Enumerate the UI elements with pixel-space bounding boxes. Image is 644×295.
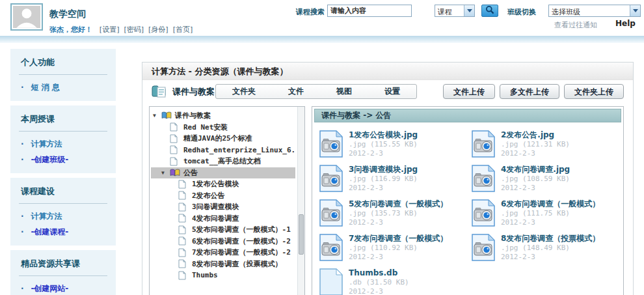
tree-item[interactable]: 4发布问卷调查 xyxy=(151,213,295,225)
sidebar-links: · 计算方法 · -创建班级- xyxy=(10,137,116,168)
toolbar: 课件与教案 文件夹文件视图设置 文件上传多文件上传文件夹上传 xyxy=(142,80,633,105)
menu-item[interactable]: 设置 xyxy=(379,86,405,97)
bullet-icon: · xyxy=(21,155,24,164)
sidebar-item[interactable]: · -创建班级- xyxy=(10,152,116,168)
avatar[interactable] xyxy=(10,3,43,31)
search-button[interactable] xyxy=(481,5,498,17)
tree-item[interactable]: Redhat_enterprize_Linux_6.0安 xyxy=(151,145,295,156)
tree-scrollbar-thumb[interactable] xyxy=(299,214,304,255)
jpg-file-icon xyxy=(319,233,343,262)
upload-multi-file-button[interactable]: 多文件上传 xyxy=(500,84,559,99)
file-name[interactable]: 1发布公告模块.jpg xyxy=(349,130,418,140)
chevron-down-icon[interactable] xyxy=(630,5,640,16)
tree-item[interactable]: 6发布问卷调查（一般模式）-2 xyxy=(151,236,295,247)
tree-item[interactable]: Red Net安装 xyxy=(151,122,295,133)
file-meta: .jpg (121.31 KB) xyxy=(501,140,570,149)
file-name[interactable]: 7发布问卷调查（一般模式） xyxy=(349,234,448,244)
tree-item[interactable]: 精通JAVA的25个标准 xyxy=(151,133,295,145)
sidebar-link[interactable]: 计算方法 xyxy=(31,212,62,221)
chevron-down-icon[interactable] xyxy=(464,5,474,16)
greeting-link[interactable]: [密码] xyxy=(124,25,144,34)
tree-item[interactable]: 3问卷调查模块 xyxy=(151,201,295,213)
file-item[interactable]: 4发布问卷调查.jpg .jpg (108.59 KB) 2012-2-3 xyxy=(471,164,619,193)
tree-item[interactable]: 1发布公告模块 xyxy=(151,178,295,190)
file-name[interactable]: 3问卷调查模块.jpg xyxy=(349,165,418,175)
menu-item[interactable]: 视图 xyxy=(331,86,357,97)
search-input[interactable] xyxy=(327,5,412,17)
file-name[interactable]: 6发布问卷调查（一般模式） xyxy=(501,199,600,209)
file-name[interactable]: Thumbs.db xyxy=(349,268,409,278)
file-name[interactable]: 2发布公告.jpg xyxy=(501,130,570,140)
tree-scrollbar[interactable] xyxy=(297,107,304,295)
jpg-file-icon xyxy=(471,199,496,227)
file-item[interactable]: 8发布问卷调查（投票模式） .jpg (148.49 KB) 2012-2-3 xyxy=(471,233,619,262)
tree-item-label: 2发布公告 xyxy=(192,191,225,201)
file-meta: .jpg (116.99 KB) xyxy=(349,175,418,184)
view-past-notices-link[interactable]: 查看过往通知 xyxy=(554,20,597,30)
tree-item-label: Red Net安装 xyxy=(183,122,228,132)
file-item[interactable]: 1发布公告模块.jpg .jpg (115.55 KB) 2012-2-3 xyxy=(319,130,467,158)
document-icon xyxy=(178,203,189,212)
file-meta: .jpg (111.75 KB) xyxy=(501,209,600,218)
file-item[interactable]: Thumbs.db .db (31.50 KB) 2012-2-3 xyxy=(319,268,467,295)
tree-item[interactable]: ▼ 课件与教案 xyxy=(151,110,295,122)
sidebar-section-title: 课程建设 xyxy=(10,184,116,203)
class-select-value: 选择班级 xyxy=(549,5,630,16)
sidebar-link[interactable]: -创建网站- xyxy=(31,284,68,293)
file-text: Thumbs.db .db (31.50 KB) 2012-2-3 xyxy=(349,268,409,295)
tree-item[interactable]: 7发布问卷调查（一般模式）-2 xyxy=(151,247,295,259)
tree-item[interactable]: 2发布公告 xyxy=(151,190,295,202)
file-item[interactable]: 2发布公告.jpg .jpg (121.31 KB) 2012-2-3 xyxy=(471,130,619,158)
top-header: 教学空间 张杰，您好！ [设置][密码][身份][首页] 课程搜索 课程 班级切… xyxy=(0,0,644,36)
class-select[interactable]: 选择班级 xyxy=(548,5,641,17)
panel-title: 课件与教案 xyxy=(172,86,215,98)
sidebar-link[interactable]: 计算方法 xyxy=(31,139,62,148)
document-icon xyxy=(178,259,189,268)
sidebar-link[interactable]: -创建课程- xyxy=(31,227,68,236)
jpg-file-icon xyxy=(471,233,496,262)
menu-item[interactable]: 文件 xyxy=(283,86,309,97)
file-item[interactable]: 5发布问卷调查（一般模式） .jpg (135.73 KB) 2012-2-3 xyxy=(319,199,467,227)
search-type-select[interactable]: 课程 xyxy=(435,5,475,17)
tree-item[interactable]: Thumbs xyxy=(151,270,295,281)
file-item[interactable]: 7发布问卷调查（一般模式） .jpg (110.92 KB) 2012-2-3 xyxy=(319,233,467,262)
greeting-link[interactable]: [身份] xyxy=(148,25,168,34)
file-date: 2012-2-3 xyxy=(349,253,448,262)
file-meta: .jpg (148.49 KB) xyxy=(501,244,600,253)
file-item[interactable]: 3问卷调查模块.jpg .jpg (116.99 KB) 2012-2-3 xyxy=(319,164,467,193)
sidebar-link[interactable]: -创建班级- xyxy=(31,155,68,164)
open-book-icon xyxy=(161,111,172,120)
upload-folder-button[interactable]: 文件夹上传 xyxy=(564,84,624,99)
file-text: 8发布问卷调查（投票模式） .jpg (148.49 KB) 2012-2-3 xyxy=(501,233,600,262)
help-link[interactable]: Help xyxy=(615,19,636,28)
tree-item[interactable]: 5发布问卷调查（一般模式）-1 xyxy=(151,224,295,236)
sidebar-link[interactable]: 短 消 息 xyxy=(31,83,59,92)
page-title: 计算方法 - 分类资源（课件与教案） xyxy=(142,63,633,80)
sidebar-item[interactable]: · 短 消 息 xyxy=(10,80,116,96)
greeting-text: 张杰，您好！ xyxy=(49,25,92,34)
caret-down-icon[interactable]: ▼ xyxy=(153,113,161,119)
file-item[interactable]: 6发布问卷调查（一般模式） .jpg (111.75 KB) 2012-2-3 xyxy=(471,199,619,227)
tree-item[interactable]: 8发布问卷调查（投票模式） xyxy=(151,259,295,270)
sidebar-item[interactable]: · 计算方法 xyxy=(10,209,116,225)
sidebar-section-title: 个人功能 xyxy=(10,55,116,74)
greeting-links: [设置][密码][身份][首页] xyxy=(95,25,193,34)
upload-file-button[interactable]: 文件上传 xyxy=(443,84,495,99)
tree-item[interactable]: ▼ 公告 xyxy=(151,167,295,179)
tree-item-label: 5发布问卷调查（一般模式）-1 xyxy=(192,225,291,234)
sidebar-item[interactable]: · -创建网站- xyxy=(10,281,116,295)
menu-item[interactable]: 文件夹 xyxy=(227,86,261,97)
file-name[interactable]: 4发布问卷调查.jpg xyxy=(501,165,570,175)
sidebar-item[interactable]: · -创建课程- xyxy=(10,225,116,240)
sidebar: 个人功能 · 短 消 息 本周授课 · 计算方法 · -创建班级- 课程建设 ·… xyxy=(10,49,116,295)
file-name[interactable]: 5发布问卷调查（一般模式） xyxy=(349,199,448,209)
greeting-link[interactable]: [设置] xyxy=(100,25,120,34)
tree-item[interactable]: tomcat__高手总结文档 xyxy=(151,156,295,167)
caret-down-icon[interactable]: ▼ xyxy=(161,170,170,176)
class-switch-label: 班级切换 xyxy=(507,7,536,17)
sidebar-item[interactable]: · 计算方法 xyxy=(10,137,116,152)
folder-tree: ▼ 课件与教案 Red Net安装 精通JAVA的25个标准 Redhat_en… xyxy=(151,110,295,281)
tree-item-label: 8发布问卷调查（投票模式） xyxy=(192,259,282,269)
file-name[interactable]: 8发布问卷调查（投票模式） xyxy=(501,234,600,244)
greeting-link[interactable]: [首页] xyxy=(173,25,193,34)
